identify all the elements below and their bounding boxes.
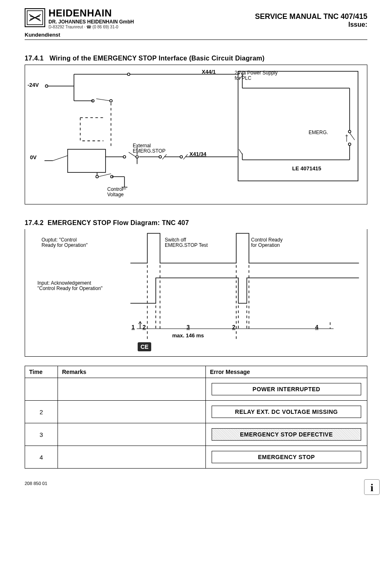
section-2-heading: EMERGENCY STOP Flow Diagram: TNC 407 [48, 219, 189, 226]
label-plc: 24Va Power Supply for PLC [235, 70, 278, 81]
label-ctrl-ready: Control Ready for Operation [251, 237, 283, 248]
company-name: HEIDENHAIN [48, 8, 134, 18]
logo-block: HEIDENHAIN DR. JOHANNES HEIDENHAIN GmbH … [25, 8, 134, 29]
svg-point-39 [136, 156, 138, 158]
section-1-heading: Wiring of the EMERGENCY STOP Interface (… [50, 55, 265, 62]
section-1-title: 17.4.1 Wiring of the EMERGENCY STOP Inte… [25, 55, 367, 62]
label-input-ack: Input: Acknowledgement "Control Ready fo… [37, 281, 103, 291]
error-message-box: EMERGENCY STOP [212, 451, 361, 463]
svg-rect-19 [238, 71, 358, 181]
cell-msg: EMERGENCY STOP DEFECTIVE [206, 423, 367, 446]
manual-title: SERVICE MANUAL TNC 407/415 [255, 12, 367, 21]
cell-remarks [58, 423, 206, 446]
table-row: 4EMERGENCY STOP [25, 446, 367, 469]
flow-diagram: Ouptut: "Control Ready for Operation" Sw… [25, 229, 367, 357]
svg-line-50 [98, 174, 111, 176]
flow-num-2a: 2 [143, 324, 146, 330]
flow-num-3: 3 [187, 324, 190, 330]
cell-remarks [58, 401, 206, 423]
svg-line-46 [53, 156, 68, 160]
table-row: 3EMERGENCY STOP DEFECTIVE [25, 423, 367, 446]
info-icon[interactable]: i [364, 479, 380, 495]
label-le: LE 4071415 [292, 166, 321, 172]
th-time: Time [25, 366, 58, 378]
cell-msg: POWER INTERRUPTED [206, 378, 367, 401]
svg-rect-44 [68, 149, 106, 172]
label-24v: -24V [28, 82, 39, 88]
manual-title-block: SERVICE MANUAL TNC 407/415 Issue: [255, 12, 367, 28]
company-sub2: D-83292 Traunreut · ☎ (0 86 69) 31-0 [48, 25, 134, 29]
issue-label: Issue: [255, 21, 367, 28]
svg-point-6 [45, 85, 48, 87]
cell-msg: EMERGENCY STOP [206, 446, 367, 469]
svg-point-48 [96, 175, 98, 178]
svg-line-31 [239, 149, 242, 154]
label-x41: X41/34 [189, 151, 206, 157]
table-row: POWER INTERRUPTED [25, 378, 367, 401]
svg-point-37 [159, 156, 161, 158]
doc-number: 208 850 01 [25, 481, 367, 486]
cell-remarks [58, 378, 206, 401]
svg-point-41 [123, 156, 126, 158]
logo-text: HEIDENHAIN DR. JOHANNES HEIDENHAIN GmbH … [48, 8, 134, 29]
label-emerg: EMERG. [309, 130, 328, 135]
label-max-ms: max. 146 ms [172, 333, 204, 339]
svg-line-14 [96, 99, 110, 101]
section-1-num: 17.4.1 [25, 55, 44, 62]
kundendienst-label: Kundendienst [25, 32, 367, 38]
flow-num-2b: 2 [232, 324, 235, 330]
wiring-diagram: -24V 0V X44/1 X41/34 24Va Power Supply f… [25, 65, 367, 204]
svg-point-23 [348, 130, 351, 133]
error-message-box: RELAY EXT. DC VOLTAGE MISSING [212, 406, 361, 418]
label-switchoff: Switch off EMERG.STOP Test [165, 237, 208, 248]
page-header: HEIDENHAIN DR. JOHANNES HEIDENHAIN GmbH … [25, 8, 367, 29]
label-output: Ouptut: "Control Ready for Operation" [42, 237, 88, 248]
header-rule [25, 39, 367, 40]
svg-point-25 [348, 143, 351, 145]
cell-time: 2 [25, 401, 58, 423]
label-ext-stop: External EMERG.STOP [133, 143, 166, 154]
cell-time: 4 [25, 446, 58, 469]
cell-msg: RELAY EXT. DC VOLTAGE MISSING [206, 401, 367, 423]
label-0v: 0V [30, 155, 37, 160]
company-sub1: DR. JOHANNES HEIDENHAIN GmbH [48, 19, 134, 25]
error-message-box: EMERGENCY STOP DEFECTIVE [212, 428, 361, 441]
th-msg: Error Message [206, 366, 367, 378]
error-table: Time Remarks Error Message POWER INTERRU… [25, 366, 367, 469]
flow-num-4: 4 [315, 324, 318, 330]
section-2-num: 17.4.2 [25, 219, 44, 226]
cell-time [25, 378, 58, 401]
label-ctrl-voltage: Control Voltage [107, 187, 124, 197]
svg-point-10 [127, 73, 130, 75]
section-2-title: 17.4.2 EMERGENCY STOP Flow Diagram: TNC … [25, 219, 367, 227]
svg-point-15 [110, 100, 112, 102]
flow-num-1: 1 [131, 324, 135, 330]
cell-remarks [58, 446, 206, 469]
ce-badge: CE [138, 342, 151, 351]
svg-line-24 [350, 133, 355, 140]
svg-point-34 [180, 156, 182, 158]
th-remarks: Remarks [58, 366, 206, 378]
cell-time: 3 [25, 423, 58, 446]
logo-icon [25, 8, 45, 27]
error-message-box: POWER INTERRUPTED [212, 383, 361, 395]
label-x44: X44/1 [202, 69, 216, 75]
table-row: 2RELAY EXT. DC VOLTAGE MISSING [25, 401, 367, 423]
